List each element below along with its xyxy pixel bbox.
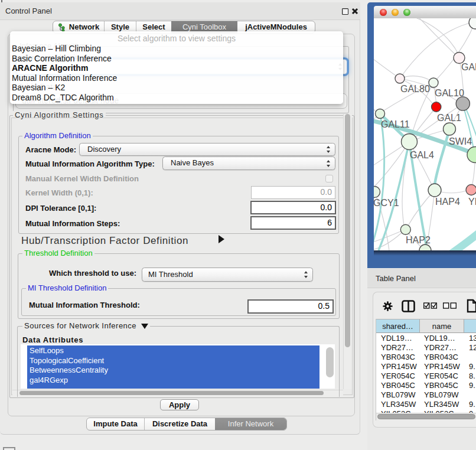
svg-text:GAL4: GAL4 (410, 150, 434, 160)
svg-text:HAP2: HAP2 (406, 235, 431, 245)
svg-text:GAL7: GAL7 (461, 62, 476, 72)
svg-text:SWI4: SWI4 (449, 136, 472, 146)
svg-text:GCY1: GCY1 (374, 198, 399, 208)
svg-text:GAL10: GAL10 (435, 88, 464, 98)
svg-text:HAP4: HAP4 (435, 197, 460, 207)
svg-text:YM: YM (468, 197, 476, 207)
svg-text:GAL80: GAL80 (400, 84, 430, 94)
svg-text:GAL11: GAL11 (381, 119, 410, 129)
svg-text:GAL1: GAL1 (437, 113, 461, 123)
